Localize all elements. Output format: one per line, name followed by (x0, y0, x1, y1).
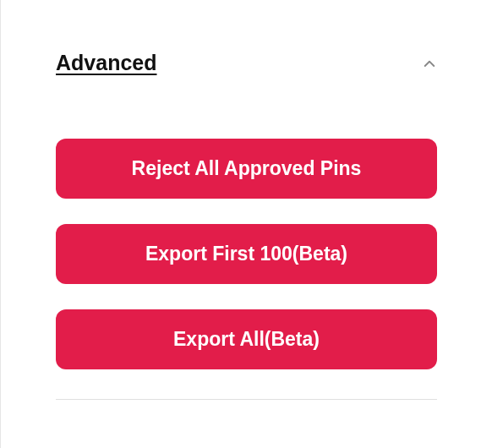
divider (56, 399, 437, 400)
advanced-section-header[interactable]: Advanced (56, 51, 437, 75)
section-title: Advanced (56, 51, 156, 75)
button-group: Reject All Approved Pins Export First 10… (56, 139, 437, 369)
chevron-up-icon (422, 56, 437, 71)
export-all-button[interactable]: Export All(Beta) (56, 309, 437, 369)
advanced-section: Advanced Reject All Approved Pins Export… (1, 0, 492, 400)
export-first-100-button[interactable]: Export First 100(Beta) (56, 224, 437, 284)
reject-all-approved-pins-button[interactable]: Reject All Approved Pins (56, 139, 437, 199)
advanced-panel: Advanced Reject All Approved Pins Export… (0, 0, 492, 448)
